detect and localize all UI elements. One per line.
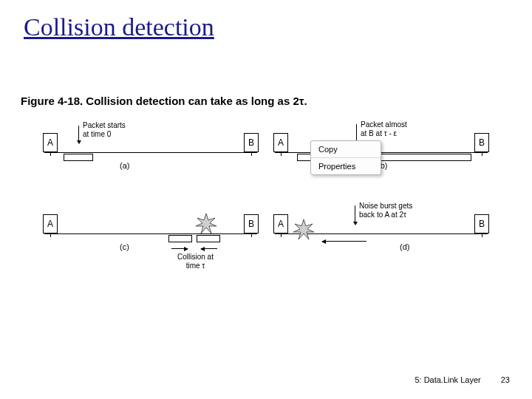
wire	[44, 233, 257, 234]
diagram-panels: A B Packet starts at time 0 (a) A B Pack…	[40, 118, 492, 281]
packet-c-left	[168, 235, 192, 242]
annotation-c: Collision at time τ	[177, 253, 214, 270]
svg-marker-0	[196, 214, 216, 233]
annotation-b: Packet almost at B at τ - ε	[361, 120, 407, 137]
footer-chapter: 5: Data.Link Layer	[415, 375, 480, 384]
node-a: A	[273, 133, 288, 152]
panel-c-label: (c)	[120, 242, 129, 251]
panel-c: A B Collision at time τ (c)	[40, 200, 262, 273]
figure-caption: Figure 4-18. Collision detection can tak…	[21, 95, 307, 107]
panel-a-label: (a)	[120, 161, 129, 170]
footer-page-number: 23	[501, 375, 510, 384]
packet-c-right	[197, 235, 220, 242]
context-menu-properties[interactable]: Properties	[311, 158, 381, 174]
panel-a: A B Packet starts at time 0 (a)	[40, 118, 262, 192]
arrow-left-icon	[322, 241, 366, 242]
panel-d: A B Noise burst gets back to A at 2τ (d)	[270, 200, 492, 273]
annotation-d: Noise burst gets back to A at 2τ	[359, 202, 412, 219]
wire	[275, 152, 488, 153]
packet-a	[64, 154, 93, 161]
context-menu: Copy Properties	[310, 140, 381, 175]
arrow-right-icon	[171, 248, 188, 249]
node-a: A	[43, 133, 58, 152]
panel-b: A B Packet almost at B at τ - ε (b)	[270, 118, 492, 192]
collision-burst-icon	[195, 213, 217, 235]
panel-d-label: (d)	[400, 242, 409, 251]
svg-marker-1	[293, 219, 314, 239]
arrow-left-icon	[201, 248, 217, 249]
wire	[44, 152, 257, 153]
node-b: B	[244, 214, 259, 233]
context-menu-copy[interactable]: Copy	[311, 141, 381, 157]
node-b: B	[474, 133, 489, 152]
noise-burst-icon	[293, 219, 315, 241]
annotation-a: Packet starts at time 0	[83, 121, 126, 138]
slide-footer: 5: Data.Link Layer 23	[415, 375, 510, 384]
page-title: Collision detection	[24, 13, 214, 41]
node-b: B	[244, 133, 259, 152]
node-a: A	[273, 214, 288, 233]
node-b: B	[474, 214, 489, 233]
node-a: A	[43, 214, 58, 233]
